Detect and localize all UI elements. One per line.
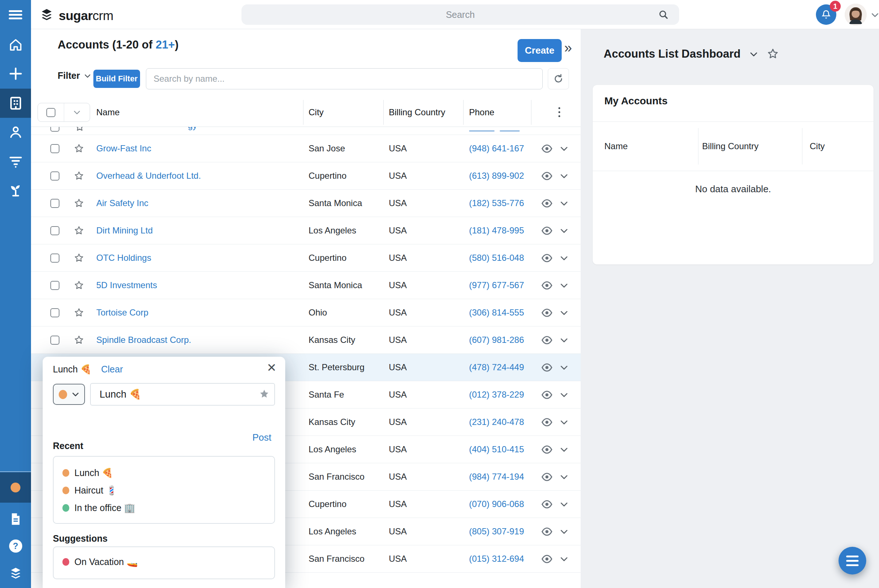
star-icon[interactable] bbox=[74, 135, 84, 162]
list-search-input[interactable] bbox=[146, 68, 543, 89]
row-chevron-icon[interactable] bbox=[559, 381, 569, 408]
global-search[interactable]: Search bbox=[242, 4, 679, 25]
account-name-link[interactable]: Grow-Fast Inc bbox=[96, 135, 152, 162]
table-row[interactable]: Overhead & Underfoot Ltd.CupertinoUSA(61… bbox=[31, 162, 580, 190]
phone-link[interactable]: (070) 906-068 bbox=[469, 490, 531, 518]
row-chevron-icon[interactable] bbox=[559, 299, 569, 326]
more-actions-chevrons[interactable]: » bbox=[564, 40, 572, 56]
preview-eye-icon[interactable] bbox=[541, 518, 553, 545]
sidebar-item-accounts[interactable] bbox=[0, 88, 31, 118]
row-chevron-icon[interactable] bbox=[559, 518, 569, 545]
row-checkbox[interactable] bbox=[50, 254, 60, 262]
row-chevron-icon[interactable] bbox=[559, 244, 569, 272]
preview-eye-icon[interactable] bbox=[541, 244, 553, 272]
column-settings-kebab-icon[interactable] bbox=[552, 98, 566, 127]
row-chevron-icon[interactable] bbox=[559, 190, 569, 217]
col-header-billing-country[interactable]: Billing Country bbox=[389, 98, 446, 127]
sidebar-item-leads[interactable] bbox=[0, 175, 31, 204]
phone-link[interactable]: (181) 478-995 bbox=[469, 217, 531, 244]
select-all-checkbox[interactable] bbox=[38, 103, 64, 122]
sugarcrm-logo[interactable]: sugarcrm bbox=[38, 7, 113, 24]
account-name-link[interactable]: Air Safety Inc bbox=[96, 190, 148, 217]
table-row[interactable]: Grow-Fast IncSan JoseUSA(948) 641-167 bbox=[31, 135, 580, 162]
profile-chevron-icon[interactable] bbox=[870, 10, 879, 20]
row-checkbox[interactable] bbox=[50, 199, 60, 208]
row-chevron-icon[interactable] bbox=[559, 354, 569, 381]
row-chevron-icon[interactable] bbox=[559, 135, 569, 162]
sidebar-menu-button[interactable] bbox=[0, 0, 31, 29]
preview-eye-icon[interactable] bbox=[541, 162, 553, 189]
row-chevron-icon[interactable] bbox=[559, 545, 569, 572]
table-row[interactable]: Tortoise CorpOhioUSA(306) 814-555 bbox=[31, 299, 580, 327]
preview-eye-icon[interactable] bbox=[541, 381, 553, 408]
dashboard-favorite-star-icon[interactable] bbox=[766, 48, 779, 60]
status-option[interactable]: In the office 🏢 bbox=[62, 499, 274, 516]
preview-eye-icon[interactable] bbox=[541, 217, 553, 244]
preview-eye-icon[interactable] bbox=[541, 327, 553, 354]
status-option[interactable]: Lunch 🍕 bbox=[62, 464, 274, 482]
clear-link[interactable]: Clear bbox=[101, 364, 123, 375]
post-link[interactable]: Post bbox=[252, 432, 272, 443]
phone-link[interactable]: (015) 312-694 bbox=[469, 545, 531, 572]
filter-dropdown[interactable]: Filter bbox=[58, 70, 92, 81]
sidebar-item-create[interactable] bbox=[0, 59, 31, 88]
star-icon[interactable] bbox=[74, 244, 84, 272]
preview-eye-icon[interactable] bbox=[541, 463, 553, 490]
row-chevron-icon[interactable] bbox=[559, 436, 569, 463]
dashboard-chevron-icon[interactable] bbox=[749, 49, 759, 59]
star-icon[interactable] bbox=[74, 190, 84, 217]
table-row[interactable]: Dirt Mining LtdLos AngelesUSA(181) 478-9… bbox=[31, 217, 580, 244]
close-icon[interactable]: ✕ bbox=[267, 362, 276, 374]
row-chevron-icon[interactable] bbox=[559, 327, 569, 354]
phone-link[interactable]: (478) 724-449 bbox=[469, 354, 531, 381]
status-option[interactable]: Haircut 💈 bbox=[62, 482, 274, 499]
preview-eye-icon[interactable] bbox=[541, 135, 553, 162]
row-chevron-icon[interactable] bbox=[559, 162, 569, 189]
account-name-link[interactable]: 5D Investments bbox=[96, 272, 157, 299]
create-button[interactable]: Create bbox=[518, 39, 562, 62]
table-row[interactable]: 5D InvestmentsSanta MonicaUSA(977) 677-5… bbox=[31, 272, 580, 299]
phone-link[interactable]: (012) 378-229 bbox=[469, 381, 531, 408]
account-name-link[interactable]: Dirt Mining Ltd bbox=[96, 217, 153, 244]
star-icon[interactable] bbox=[74, 299, 84, 326]
star-icon[interactable] bbox=[74, 327, 84, 354]
row-checkbox[interactable] bbox=[50, 127, 60, 132]
row-checkbox[interactable] bbox=[50, 281, 60, 290]
row-chevron-icon[interactable] bbox=[559, 408, 569, 435]
preview-eye-icon[interactable] bbox=[541, 299, 553, 326]
row-chevron-icon[interactable] bbox=[559, 217, 569, 244]
sidebar-item-user-status[interactable] bbox=[0, 472, 31, 502]
phone-link[interactable]: (306) 814-555 bbox=[469, 299, 531, 326]
col-header-phone[interactable]: Phone bbox=[469, 98, 494, 127]
build-filter-button[interactable]: Build Filter bbox=[93, 70, 140, 88]
row-chevron-icon[interactable] bbox=[559, 490, 569, 518]
floating-menu-button[interactable] bbox=[838, 547, 866, 574]
star-icon[interactable] bbox=[74, 272, 84, 299]
row-chevron-icon[interactable] bbox=[559, 272, 569, 299]
star-icon[interactable] bbox=[74, 162, 84, 189]
account-name-link[interactable]: Overhead & Underfoot Ltd. bbox=[96, 162, 201, 189]
select-all-chevron-icon[interactable] bbox=[64, 103, 90, 122]
sidebar-item-contacts[interactable] bbox=[0, 117, 31, 147]
row-checkbox[interactable] bbox=[50, 308, 60, 317]
account-name-link[interactable]: Spindle Broadcast Corp. bbox=[96, 327, 191, 354]
preview-eye-icon[interactable] bbox=[541, 545, 553, 572]
phone-link[interactable]: (977) 677-567 bbox=[469, 272, 531, 299]
refresh-button[interactable] bbox=[548, 68, 569, 89]
preview-eye-icon[interactable] bbox=[541, 436, 553, 463]
status-option[interactable]: On Vacation 🚤 bbox=[62, 553, 274, 570]
dashlet-col-billing-country[interactable]: Billing Country bbox=[702, 122, 759, 171]
sidebar-item-stack[interactable] bbox=[0, 559, 31, 588]
preview-eye-icon[interactable] bbox=[541, 190, 553, 217]
preview-eye-icon[interactable] bbox=[541, 354, 553, 381]
phone-link[interactable]: (607) 981-286 bbox=[469, 327, 531, 354]
avatar[interactable] bbox=[845, 4, 867, 26]
search-icon[interactable] bbox=[658, 9, 669, 20]
table-row[interactable]: Spindle Broadcast Corp.Kansas CityUSA(60… bbox=[31, 327, 580, 354]
phone-link[interactable]: (805) 307-919 bbox=[469, 518, 531, 545]
phone-link[interactable]: (613) 899-902 bbox=[469, 162, 531, 189]
row-checkbox[interactable] bbox=[50, 144, 60, 153]
row-checkbox[interactable] bbox=[50, 171, 60, 180]
preview-eye-icon[interactable] bbox=[541, 272, 553, 299]
phone-link[interactable]: (182) 535-776 bbox=[469, 190, 531, 217]
